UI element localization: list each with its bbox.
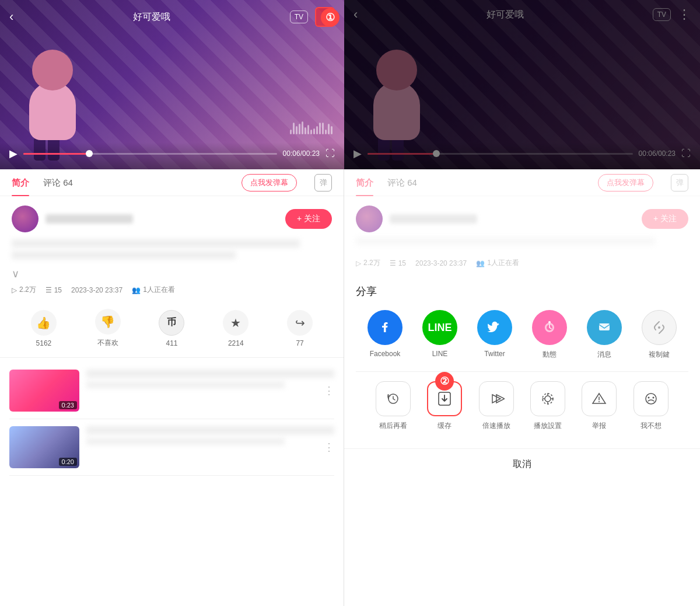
progress-row: ▶ 00:06/00:23 ⛶ bbox=[9, 147, 335, 160]
badge-1: ① bbox=[321, 8, 340, 27]
right-char-body bbox=[373, 82, 420, 140]
waveform-bar bbox=[328, 124, 330, 134]
related-video-2[interactable]: 0:20 ⋮ bbox=[0, 422, 344, 473]
action-dislike[interactable]: 👎 不喜欢 bbox=[95, 309, 121, 348]
message-icon bbox=[587, 310, 622, 345]
svg-point-2 bbox=[658, 326, 660, 329]
speed-label: 倍速播放 bbox=[482, 421, 510, 431]
right-progress-container[interactable] bbox=[368, 153, 633, 155]
message-label: 消息 bbox=[597, 350, 611, 360]
svg-point-14 bbox=[652, 397, 654, 399]
right-video-area: ‹ 好可爱哦 TV ⋮ ▶ 00:06/00:23 ⛶ bbox=[344, 0, 700, 169]
tv-button[interactable]: TV bbox=[290, 11, 308, 23]
right-watching-icon: 👥 bbox=[476, 259, 485, 267]
share-count: 77 bbox=[296, 339, 303, 347]
related-video-1[interactable]: 0:23 ⋮ bbox=[0, 365, 344, 416]
waveform-bar bbox=[310, 130, 312, 134]
right-tab-comments[interactable]: 评论 64 bbox=[387, 169, 417, 196]
right-video-controls: ▶ 00:06/00:23 ⛶ bbox=[344, 142, 700, 169]
like-count: 5162 bbox=[36, 339, 52, 347]
coin-count: 411 bbox=[166, 339, 177, 347]
progress-thumb bbox=[86, 150, 93, 157]
right-danmu-icon[interactable]: 弹 bbox=[671, 174, 688, 191]
share-section: 分享 Facebook LINE LINE bbox=[344, 273, 700, 431]
svg-point-7 bbox=[545, 396, 551, 402]
danmu-button[interactable]: 点我发弹幕 bbox=[242, 174, 297, 191]
dongtai-icon bbox=[532, 310, 567, 345]
tv-button-right[interactable]: TV bbox=[653, 8, 671, 21]
play-button[interactable]: ▶ bbox=[9, 147, 18, 160]
back-button-right[interactable]: ‹ bbox=[354, 7, 358, 22]
danmu-icon[interactable]: 弹 bbox=[314, 174, 332, 191]
right-tab-intro[interactable]: 简介 bbox=[356, 169, 373, 196]
stat-views: ▷ 2.2万 bbox=[12, 285, 36, 295]
action-cache[interactable]: ② 缓存 bbox=[421, 381, 468, 431]
action-dontlike[interactable]: 我不想 bbox=[628, 381, 674, 431]
waveform-bar bbox=[322, 123, 324, 134]
left-user-info: + 关注 bbox=[0, 196, 344, 237]
share-icon: ↪ bbox=[287, 310, 313, 336]
tab-comments[interactable]: 评论 64 bbox=[43, 169, 73, 196]
progress-bar-container[interactable] bbox=[23, 153, 277, 155]
video-title-1 bbox=[86, 370, 334, 378]
related-videos: 0:23 ⋮ 0:20 ⋮ bbox=[0, 358, 344, 606]
fullscreen-button[interactable]: ⛶ bbox=[326, 148, 335, 159]
action-speed[interactable]: 倍速播放 bbox=[473, 381, 520, 431]
coin-icon: 币 bbox=[159, 310, 184, 336]
svg-point-11 bbox=[598, 401, 600, 402]
right-progress-row: ▶ 00:06/00:23 ⛶ bbox=[354, 147, 691, 160]
share-message[interactable]: 消息 bbox=[581, 310, 628, 360]
character-illustration bbox=[18, 23, 111, 140]
action-report[interactable]: 举报 bbox=[576, 381, 622, 431]
left-video-stats: ▷ 2.2万 ☰ 15 2023-3-20 23:37 👥 1人正在看 bbox=[0, 280, 344, 299]
share-divider bbox=[356, 371, 688, 372]
right-play-button[interactable]: ▶ bbox=[354, 147, 362, 160]
desc-line-2 bbox=[12, 251, 236, 259]
right-progress-fill bbox=[368, 153, 436, 155]
cancel-row[interactable]: 取消 bbox=[344, 448, 700, 480]
right-user-name bbox=[390, 214, 477, 224]
right-tabs-row: 简介 评论 64 点我发弹幕 弹 bbox=[344, 169, 700, 196]
video-sub-2 bbox=[86, 438, 285, 445]
back-button[interactable]: ‹ bbox=[9, 9, 13, 25]
dontlike-label: 我不想 bbox=[640, 421, 662, 431]
more-button-right[interactable]: ⋮ bbox=[678, 7, 691, 22]
svg-point-13 bbox=[648, 397, 649, 399]
share-twitter[interactable]: Twitter bbox=[471, 310, 518, 358]
waveform-bar bbox=[304, 127, 306, 134]
expand-button[interactable]: ∨ bbox=[0, 267, 344, 280]
char-body bbox=[29, 82, 76, 140]
action-coin[interactable]: 币 411 bbox=[159, 310, 184, 347]
action-star[interactable]: ★ 2214 bbox=[223, 310, 249, 347]
waveform bbox=[290, 121, 332, 134]
more-icon-1[interactable]: ⋮ bbox=[324, 384, 334, 397]
waveform-bar bbox=[299, 124, 300, 134]
right-danmu-button[interactable]: 点我发弹幕 bbox=[598, 174, 653, 191]
settings-label: 播放設置 bbox=[534, 421, 562, 431]
share-copy[interactable]: 複制鍵 bbox=[636, 310, 682, 360]
left-video-header: ‹ 好可爱哦 TV ⋮ bbox=[0, 0, 344, 34]
share-line[interactable]: LINE LINE bbox=[416, 310, 463, 358]
action-like[interactable]: 👍 5162 bbox=[31, 310, 57, 347]
share-dongtai[interactable]: 動態 bbox=[526, 310, 573, 360]
play-icon: ▷ bbox=[12, 286, 17, 294]
right-fullscreen-button[interactable]: ⛶ bbox=[681, 148, 691, 159]
follow-button-left[interactable]: + 关注 bbox=[285, 209, 332, 229]
left-panel: ‹ 好可爱哦 TV ⋮ ① ▶ 00:06/00:23 bbox=[0, 0, 344, 606]
right-progress-thumb bbox=[433, 150, 440, 157]
right-desc bbox=[344, 237, 700, 253]
action-watch-later[interactable]: 稍后再看 bbox=[370, 381, 416, 431]
action-settings[interactable]: 播放設置 bbox=[524, 381, 571, 431]
more-icon-2[interactable]: ⋮ bbox=[324, 441, 334, 454]
time-display: 00:06/00:23 bbox=[283, 149, 320, 158]
share-facebook[interactable]: Facebook bbox=[362, 310, 408, 358]
copy-label: 複制鍵 bbox=[649, 350, 670, 360]
waveform-bar bbox=[293, 123, 295, 134]
waveform-bar bbox=[296, 126, 298, 134]
video-thumb-2: 0:20 bbox=[9, 426, 79, 468]
cancel-text[interactable]: 取消 bbox=[513, 459, 531, 469]
action-share[interactable]: ↪ 77 bbox=[287, 310, 313, 347]
tab-intro[interactable]: 简介 bbox=[12, 169, 29, 196]
user-avatar-left[interactable] bbox=[12, 206, 38, 232]
right-play-icon: ▷ bbox=[356, 259, 361, 267]
